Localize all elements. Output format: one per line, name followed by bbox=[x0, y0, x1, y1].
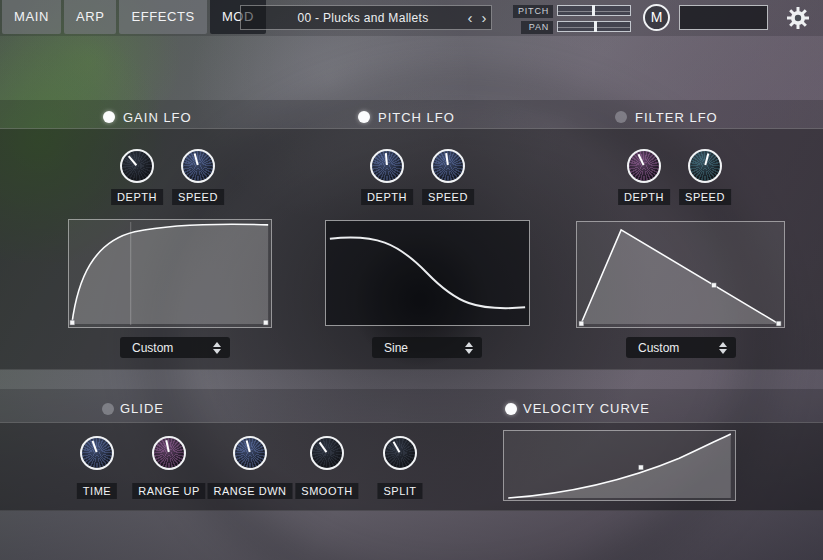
glide-smooth-knob[interactable] bbox=[310, 436, 344, 470]
glide-toggle[interactable] bbox=[102, 403, 114, 415]
pitch-lfo-depth-label: DEPTH bbox=[361, 189, 413, 205]
chevron-updown-icon bbox=[465, 342, 473, 354]
tab-main[interactable]: MAIN bbox=[2, 0, 61, 34]
filter-lfo-title: FILTER LFO bbox=[635, 110, 718, 125]
glide-title: GLIDE bbox=[120, 401, 164, 416]
glide-split-label: SPLIT bbox=[377, 483, 422, 499]
filter-lfo-depth-label: DEPTH bbox=[618, 189, 670, 205]
preset-selector[interactable]: 00 - Plucks and Mallets ‹ › bbox=[240, 5, 492, 30]
tab-effects[interactable]: EFFECTS bbox=[119, 0, 206, 34]
chevron-updown-icon bbox=[719, 342, 727, 354]
output-display bbox=[679, 5, 768, 30]
gain-lfo-speed-knob[interactable] bbox=[181, 149, 215, 183]
pan-slider[interactable] bbox=[557, 21, 631, 32]
gain-lfo-speed-label: SPEED bbox=[172, 189, 224, 205]
filter-lfo-speed-knob[interactable] bbox=[688, 149, 722, 183]
pitch-label: PITCH bbox=[513, 5, 553, 18]
pan-label: PAN bbox=[521, 21, 553, 34]
glide-split-knob[interactable] bbox=[383, 436, 417, 470]
velocity-curve-title: VELOCITY CURVE bbox=[523, 401, 650, 416]
nav-tabs: MAIN ARP EFFECTS MOD bbox=[2, 0, 266, 34]
gain-lfo-waveform-editor[interactable] bbox=[68, 219, 272, 328]
pitch-lfo-depth-knob[interactable] bbox=[370, 149, 404, 183]
pitch-lfo-shape-value: Sine bbox=[372, 341, 465, 355]
glide-time-label: TIME bbox=[77, 483, 117, 499]
gain-lfo-depth-label: DEPTH bbox=[111, 189, 163, 205]
preset-next-button[interactable]: › bbox=[477, 6, 491, 29]
tab-arp[interactable]: ARP bbox=[64, 0, 117, 34]
filter-lfo-depth-knob[interactable] bbox=[627, 149, 661, 183]
glide-range-dwn-knob[interactable] bbox=[233, 436, 267, 470]
plugin-window: MAIN ARP EFFECTS MOD 00 - Plucks and Mal… bbox=[0, 0, 823, 560]
pitch-lfo-speed-knob[interactable] bbox=[431, 149, 465, 183]
filter-lfo-waveform-editor[interactable] bbox=[576, 221, 785, 328]
pitch-lfo-title: PITCH LFO bbox=[378, 110, 455, 125]
glide-time-knob[interactable] bbox=[80, 436, 114, 470]
filter-lfo-shape-value: Custom bbox=[626, 341, 719, 355]
preset-name: 00 - Plucks and Mallets bbox=[241, 11, 463, 25]
glide-smooth-label: SMOOTH bbox=[295, 483, 358, 499]
gain-lfo-shape-value: Custom bbox=[120, 341, 213, 355]
gain-lfo-depth-knob[interactable] bbox=[120, 149, 154, 183]
velocity-curve-toggle[interactable] bbox=[505, 403, 517, 415]
gain-lfo-shape-select[interactable]: Custom bbox=[120, 337, 230, 358]
pitch-slider-thumb[interactable] bbox=[592, 5, 595, 16]
gain-lfo-title: GAIN LFO bbox=[123, 110, 192, 125]
pitch-lfo-shape-select[interactable]: Sine bbox=[372, 337, 482, 358]
pitch-lfo-toggle[interactable] bbox=[358, 111, 370, 123]
glide-range-up-label: RANGE UP bbox=[132, 483, 205, 499]
glide-range-dwn-label: RANGE DWN bbox=[208, 483, 293, 499]
preset-prev-button[interactable]: ‹ bbox=[463, 6, 477, 29]
glide-range-up-knob[interactable] bbox=[152, 436, 186, 470]
settings-gear-icon[interactable] bbox=[785, 5, 811, 31]
chevron-updown-icon bbox=[213, 342, 221, 354]
velocity-curve-editor[interactable] bbox=[503, 430, 736, 501]
pitch-slider[interactable] bbox=[557, 5, 631, 16]
filter-lfo-shape-select[interactable]: Custom bbox=[626, 337, 736, 358]
pitch-lfo-speed-label: SPEED bbox=[422, 189, 474, 205]
filter-lfo-speed-label: SPEED bbox=[679, 189, 731, 205]
midi-m-button[interactable]: M bbox=[643, 4, 670, 31]
pitch-lfo-waveform-editor[interactable] bbox=[325, 220, 530, 326]
gain-lfo-toggle[interactable] bbox=[103, 111, 115, 123]
pan-slider-thumb[interactable] bbox=[594, 21, 597, 32]
filter-lfo-toggle[interactable] bbox=[615, 111, 627, 123]
